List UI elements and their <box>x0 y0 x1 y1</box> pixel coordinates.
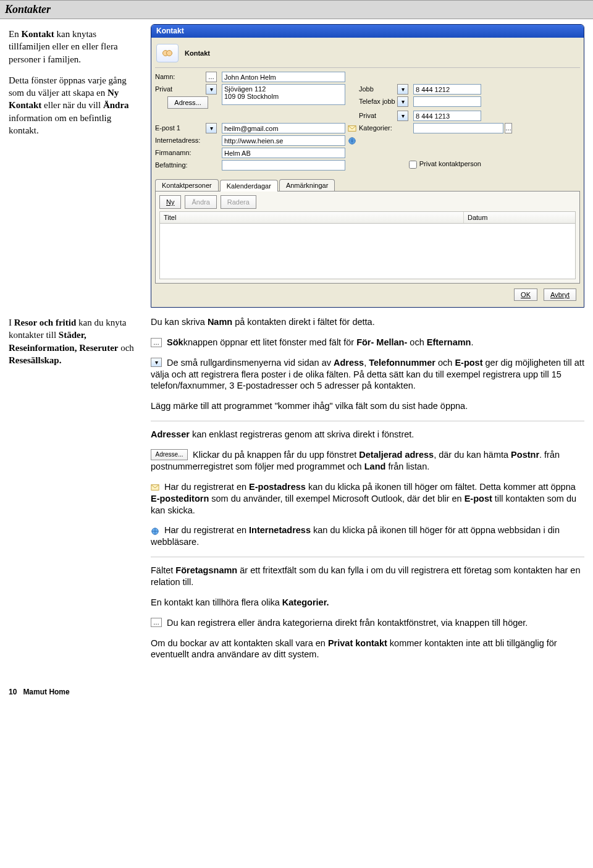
intro-text-column: En Kontakt kan knytas tillfamiljen eller… <box>9 24 138 145</box>
list-body[interactable] <box>159 224 576 279</box>
col-datum[interactable]: Datum <box>464 212 575 223</box>
address-dropdown-icon[interactable]: ▾ <box>206 84 217 95</box>
andra-button[interactable]: Ändra <box>185 195 216 209</box>
tab-strip: Kontaktpersoner Kalenderdagar Anmärkning… <box>155 179 580 191</box>
window-section-header: Kontakt <box>155 41 580 68</box>
ny-button[interactable]: Ny <box>159 195 181 209</box>
contacts-icon <box>156 44 179 62</box>
mail-icon <box>151 482 162 492</box>
instr-p2: … Sökknappen öppnar ett litet fönster me… <box>151 337 584 348</box>
label-epost1: E-post 1 <box>155 123 204 132</box>
kategorier-input[interactable] <box>413 123 503 133</box>
tab-pane: Ny Ändra Radera Titel Datum <box>155 191 580 284</box>
intro-p2: Detta fönster öppnas varje gång som du v… <box>9 74 138 137</box>
separator <box>151 421 584 421</box>
epost1-input[interactable] <box>222 123 345 133</box>
intro-p1: En Kontakt kan knytas tillfamiljen eller… <box>9 28 138 65</box>
privat2-input[interactable] <box>413 111 481 121</box>
adresse-button-inline: Adresse... <box>151 449 188 460</box>
browse-icon: … <box>151 618 162 627</box>
top-two-columns: En Kontakt kan knytas tillfamiljen eller… <box>9 24 584 308</box>
col-titel[interactable]: Titel <box>160 212 464 223</box>
label-internet: Internetadress: <box>155 135 204 144</box>
label-kategorier: Kategorier: <box>359 123 396 132</box>
telefax-input[interactable] <box>413 96 481 107</box>
avbryt-button[interactable]: Avbryt <box>544 289 576 301</box>
sidebar-note: I Resor och fritid kan du knyta kontakte… <box>9 316 138 669</box>
kategorier-button[interactable]: … <box>505 123 512 133</box>
browse-icon: … <box>151 338 162 347</box>
label-privat-address: Privat <box>155 84 204 93</box>
instr-p10: En kontakt kan tillhöra flera olika Kate… <box>151 597 584 609</box>
web-icon <box>151 525 162 535</box>
list-header[interactable]: Titel Datum <box>159 211 576 224</box>
befattning-input[interactable] <box>222 160 345 171</box>
tab-kalenderdagar[interactable]: Kalenderdagar <box>220 180 278 192</box>
page-number: 10 <box>9 688 17 696</box>
tab-kontaktpersoner[interactable]: Kontaktpersoner <box>155 179 219 191</box>
contact-form: Namn: … Privat ▾ Sjövägen 112 109 09 Sto… <box>155 72 580 171</box>
instr-p6: Adresse... Klickar du på knappen får du … <box>151 449 584 473</box>
tab-anmarkningar[interactable]: Anmärkningar <box>279 179 335 191</box>
page-footer: 10 Mamut Home <box>0 681 593 702</box>
instr-p7: Har du registrerat en E-postadress kan d… <box>151 481 584 516</box>
label-firma: Firmanamn: <box>155 148 204 156</box>
privat2-dropdown-icon[interactable]: ▾ <box>397 111 408 121</box>
internet-input[interactable] <box>222 135 345 146</box>
window-section-title: Kontakt <box>185 49 210 57</box>
adress-button[interactable]: Adress... <box>167 96 208 109</box>
instr-p5: Adresser kan enklast registreras genom a… <box>151 429 584 440</box>
separator-2 <box>151 557 584 557</box>
label-telefax: Telefax jobb <box>359 96 396 105</box>
page-body: En Kontakt kan knytas tillfamiljen eller… <box>0 19 593 681</box>
instr-p12: Om du bockar av att kontakten skall vara… <box>151 638 584 661</box>
privat-kontaktperson-checkbox[interactable] <box>409 161 417 169</box>
label-namn: Namn: <box>155 72 204 80</box>
window-title: Kontakt <box>156 27 184 35</box>
instr-p4: Lägg märke till att programmet "kommer i… <box>151 400 584 412</box>
instr-p11: … Du kan registrera eller ändra kategori… <box>151 617 584 629</box>
main-instruction-text: Du kan skriva Namn på kontakten direkt i… <box>151 316 584 669</box>
book-title: Mamut Home <box>23 688 69 696</box>
instr-p9: Fältet Företagsnamn är ett fritextfält s… <box>151 565 584 588</box>
chevron-down-icon: ▾ <box>151 358 162 367</box>
namn-input[interactable] <box>222 72 345 82</box>
instr-p8: Har du registrerat en Internetadress kan… <box>151 525 584 548</box>
label-befattning: Befattning: <box>155 160 204 169</box>
page-header-bar: Kontakter <box>0 0 593 19</box>
epost-dropdown-icon[interactable]: ▾ <box>206 123 217 133</box>
label-privat-kontaktperson: Privat kontaktperson <box>419 160 481 167</box>
ok-button[interactable]: OK <box>514 289 537 301</box>
jobb-input[interactable] <box>413 84 481 95</box>
instr-p3: ▾ De små rullgardinsmenyerna vid sidan a… <box>151 357 584 392</box>
page-header-title: Kontakter <box>5 3 51 15</box>
telefax-dropdown-icon[interactable]: ▾ <box>397 96 408 107</box>
search-name-button[interactable]: … <box>206 72 217 82</box>
jobb-dropdown-icon[interactable]: ▾ <box>397 84 408 95</box>
address-textarea[interactable]: Sjövägen 112 109 09 Stockholm <box>222 84 345 105</box>
instr-p1: Du kan skriva Namn på kontakten direkt i… <box>151 316 584 328</box>
radera-button[interactable]: Radera <box>221 195 256 209</box>
kontakt-window: Kontakt Kontakt Namn: … Priva <box>151 24 584 308</box>
firma-input[interactable] <box>222 148 345 158</box>
label-jobb: Jobb <box>359 84 396 93</box>
web-icon[interactable] <box>347 135 358 146</box>
mail-icon[interactable] <box>347 123 358 133</box>
label-privat-phone: Privat <box>359 111 396 119</box>
lower-two-columns: I Resor och fritid kan du knyta kontakte… <box>9 316 584 669</box>
window-titlebar[interactable]: Kontakt <box>151 25 584 38</box>
